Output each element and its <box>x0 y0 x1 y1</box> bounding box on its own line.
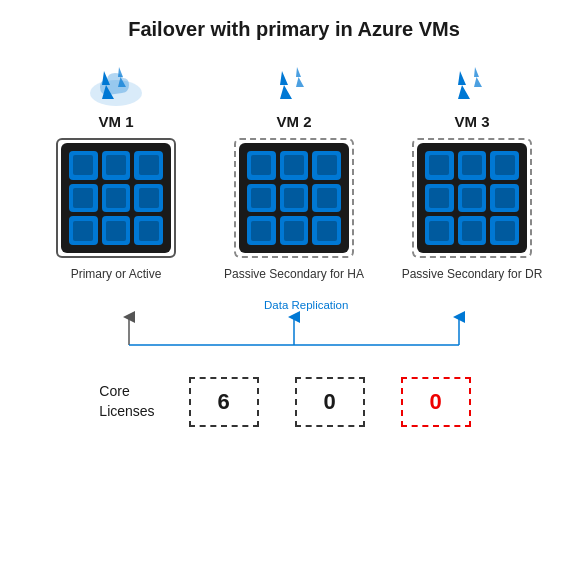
chip <box>280 184 309 213</box>
vm3-description: Passive Secondary for DR <box>402 266 543 283</box>
chip <box>312 151 341 180</box>
chip <box>69 151 98 180</box>
azure-cloud-icon-vm3 <box>442 63 502 107</box>
chip <box>312 184 341 213</box>
chip <box>134 184 163 213</box>
chip <box>458 151 487 180</box>
vm2-box-wrapper <box>234 138 354 258</box>
chip <box>247 184 276 213</box>
azure-cloud-icon-vm1 <box>86 63 146 107</box>
vm3-box-wrapper <box>412 138 532 258</box>
licenses-row: Core Licenses 6 0 0 <box>99 377 488 427</box>
license-value-2: 0 <box>295 377 365 427</box>
chip <box>134 216 163 245</box>
arrows-area: Data Replication <box>54 297 534 347</box>
chip <box>490 184 519 213</box>
vm1-label: VM 1 <box>98 113 133 130</box>
chip <box>280 151 309 180</box>
vm2-column: VM 2 Passive Secondary <box>219 63 369 283</box>
chip <box>280 216 309 245</box>
vm3-box <box>417 143 527 253</box>
azure-cloud-icon-vm2 <box>264 63 324 107</box>
chip <box>490 216 519 245</box>
chip <box>425 216 454 245</box>
chip <box>458 216 487 245</box>
vm2-box <box>239 143 349 253</box>
vm2-description: Passive Secondary for HA <box>224 266 364 283</box>
chip <box>69 216 98 245</box>
chip <box>312 216 341 245</box>
vm1-box-outer <box>56 138 176 258</box>
page-title: Failover with primary in Azure VMs <box>128 18 460 41</box>
chip <box>425 184 454 213</box>
vm3-box-outer <box>412 138 532 258</box>
vm1-column: VM 1 Primary or Active <box>41 63 191 283</box>
chip <box>247 151 276 180</box>
vm1-description: Primary or Active <box>71 266 162 283</box>
arrows-svg <box>54 297 534 347</box>
vms-row: VM 1 Primary or Active <box>41 63 547 283</box>
vm3-label: VM 3 <box>454 113 489 130</box>
chip <box>102 184 131 213</box>
vm1-box-wrapper <box>56 138 176 258</box>
vm2-box-outer <box>234 138 354 258</box>
vm2-label: VM 2 <box>276 113 311 130</box>
vm1-box <box>61 143 171 253</box>
license-value-3: 0 <box>401 377 471 427</box>
chip <box>102 151 131 180</box>
chip <box>102 216 131 245</box>
chip <box>134 151 163 180</box>
page-container: Failover with primary in Azure VMs VM 1 <box>0 0 588 574</box>
chip <box>69 184 98 213</box>
chip <box>490 151 519 180</box>
license-value-1: 6 <box>189 377 259 427</box>
vm3-column: VM 3 Passive Secondary <box>397 63 547 283</box>
chip <box>247 216 276 245</box>
chip <box>425 151 454 180</box>
chip <box>458 184 487 213</box>
licenses-label: Core Licenses <box>99 382 154 421</box>
